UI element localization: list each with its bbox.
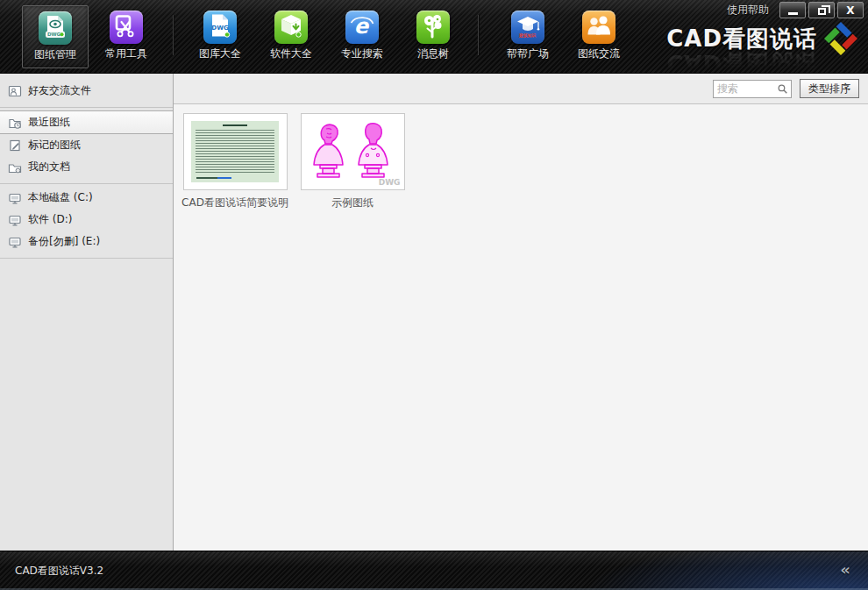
doc-link-line (196, 177, 231, 179)
titlebar-controls: 使用帮助 X (727, 2, 864, 18)
friend-files-icon (8, 84, 22, 98)
file-item-sample-drawing[interactable]: DWG 示例图纸 (299, 113, 406, 210)
sidebar-item-label: 软件 (D:) (28, 212, 72, 227)
dwg-watermark: DWG (379, 178, 401, 187)
sidebar-item-label: 最近图纸 (28, 115, 70, 130)
tab-drawing-library[interactable]: DWG 图库大全 (187, 5, 253, 68)
file-grid: CAD看图说话简要说明 (174, 104, 868, 551)
tab-label: 专业搜索 (329, 46, 395, 61)
tab-label: 软件大全 (258, 46, 324, 61)
version-text: CAD看图说话V3.2 (15, 564, 103, 579)
sidebar-item-drive-c[interactable]: 本地磁盘 (C:) (0, 187, 173, 209)
app-logo: CAD看图说话 CAD看图说话 (666, 20, 859, 57)
sidebar-group-drives: 本地磁盘 (C:) 软件 (D:) 备份[勿 (0, 184, 173, 259)
top-toolbar: DWG 图纸管理 常用工具 (0, 0, 868, 74)
tab-drawing-management[interactable]: DWG 图纸管理 (22, 5, 89, 68)
restore-icon (818, 8, 826, 15)
pinwheel-logo-icon (822, 20, 859, 57)
help-plaza-cap-icon: 建筑知识 (511, 11, 544, 44)
tools-scissors-icon (110, 11, 143, 44)
search-icon[interactable] (778, 83, 787, 95)
dwg-viewer-icon: DWG (39, 11, 72, 45)
disk-drive-icon (8, 235, 22, 249)
sidebar-item-marked-drawings[interactable]: 标记的图纸 (0, 134, 173, 156)
app-window: DWG 图纸管理 常用工具 (0, 0, 868, 590)
message-tree-icon (416, 11, 450, 44)
sidebar-item-drive-e[interactable]: 备份[勿删] (E:) (0, 231, 173, 252)
content-panel: 类型排序 CAD看图说话简要说明 (174, 74, 868, 551)
dwg-library-icon: DWG (203, 11, 237, 44)
tab-drawing-exchange[interactable]: 图纸交流 (566, 5, 632, 68)
my-documents-icon (8, 160, 22, 174)
tab-common-tools[interactable]: 常用工具 (93, 5, 160, 68)
tab-label: 消息树 (400, 46, 466, 61)
content-header: 类型排序 (174, 74, 868, 104)
document-preview (191, 121, 279, 182)
toolbar-separator (173, 15, 174, 55)
collapse-chevrons-icon[interactable]: « (840, 560, 850, 579)
recent-drawings-icon (8, 116, 22, 130)
sidebar-item-label: 本地磁盘 (C:) (28, 190, 93, 205)
toolbar-separator (478, 15, 479, 55)
tab-help-plaza[interactable]: 建筑知识 帮帮广场 (494, 5, 561, 68)
sidebar-item-label: 好友交流文件 (28, 83, 91, 98)
software-box-icon (274, 11, 308, 44)
dwg-doc-text: DWG (211, 25, 229, 32)
sidebar-item-label: 标记的图纸 (28, 138, 81, 153)
sidebar-group-drawings: 最近图纸 标记的图纸 我的文档 (0, 108, 173, 184)
tab-label: 图纸管理 (23, 47, 88, 62)
tab-pro-search[interactable]: e 专业搜索 (329, 5, 395, 68)
restore-button[interactable] (808, 2, 835, 18)
status-bar: CAD看图说话V3.2 « (0, 551, 868, 590)
sidebar-item-label: 我的文档 (28, 160, 70, 174)
sidebar-item-recent-drawings[interactable]: 最近图纸 (0, 110, 173, 134)
cad-busts-drawing (307, 119, 398, 184)
main-area: 好友交流文件 最近图纸 标记的图纸 (0, 74, 868, 551)
file-thumbnail: DWG (301, 113, 405, 190)
sidebar: 好友交流文件 最近图纸 标记的图纸 (0, 74, 174, 551)
plaza-caption-text: 建筑知识 (518, 32, 537, 39)
people-exchange-icon (582, 11, 615, 44)
dwg-badge-text: DWG (47, 32, 61, 37)
disk-drive-icon (8, 191, 22, 205)
doc-title-line (223, 124, 247, 126)
close-button[interactable]: X (837, 2, 864, 18)
tab-label: 图纸交流 (566, 46, 632, 61)
tab-software-collection[interactable]: 软件大全 (258, 5, 324, 68)
file-thumbnail (183, 113, 288, 190)
tab-label: 常用工具 (93, 46, 160, 61)
tab-label: 图库大全 (187, 46, 253, 61)
close-icon: X (846, 4, 854, 17)
tab-message-tree[interactable]: 消息树 (400, 5, 466, 68)
tab-label: 帮帮广场 (494, 46, 561, 61)
file-item-readme[interactable]: CAD看图说话简要说明 (181, 113, 288, 210)
search-box (713, 80, 792, 98)
ie-browser-icon: e (345, 11, 379, 44)
sidebar-item-my-documents[interactable]: 我的文档 (0, 156, 173, 178)
sort-by-type-button[interactable]: 类型排序 (800, 79, 859, 98)
search-input[interactable] (717, 82, 778, 95)
file-name: 示例图纸 (331, 195, 374, 210)
marked-drawings-icon (8, 139, 22, 153)
logo-reflection: CAD看图说话 (666, 47, 817, 78)
sidebar-item-drive-d[interactable]: 软件 (D:) (0, 209, 173, 231)
minimize-button[interactable] (779, 2, 806, 18)
file-name: CAD看图说话简要说明 (181, 195, 288, 210)
help-link[interactable]: 使用帮助 (727, 3, 769, 18)
disk-drive-icon (8, 213, 22, 227)
sidebar-item-friend-files[interactable]: 好友交流文件 (0, 80, 173, 102)
minimize-icon (788, 12, 798, 15)
sidebar-group-friends: 好友交流文件 (0, 77, 173, 108)
sidebar-item-label: 备份[勿删] (E:) (28, 234, 100, 249)
